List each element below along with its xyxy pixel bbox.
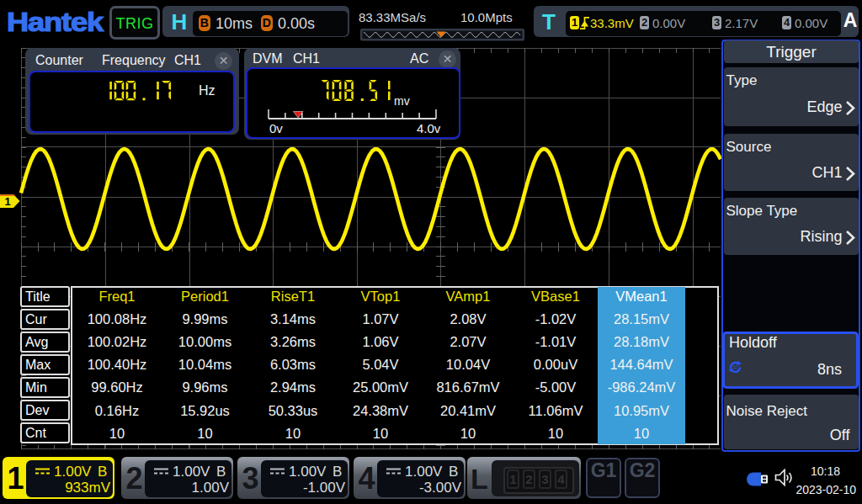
svg-text:1: 1 [4, 195, 10, 208]
